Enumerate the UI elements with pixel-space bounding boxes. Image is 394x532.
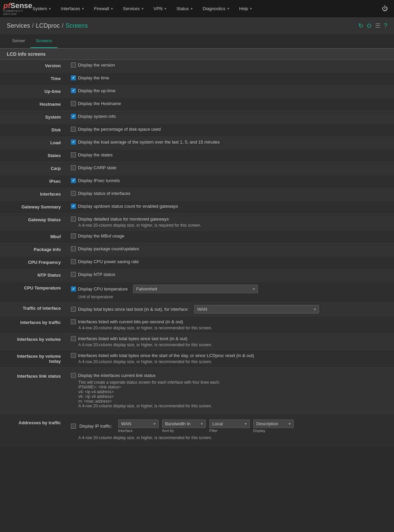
addr-interface-select[interactable]: WANLAN xyxy=(118,420,159,428)
row-carp: Carp Display CARP state xyxy=(0,162,394,175)
brand-ce: COMMUNITY EDITION xyxy=(3,9,24,16)
help-icon[interactable]: ? xyxy=(384,22,387,29)
addr-interface-label: Interface xyxy=(118,429,159,433)
cb-cpu-temperature[interactable] xyxy=(71,286,76,292)
cb-interfaces-link-status[interactable] xyxy=(71,373,76,378)
nav-vpn[interactable]: VPN ▼ xyxy=(150,3,171,14)
traffic-iface-select-wrap: WAN LAN xyxy=(194,305,319,313)
link-note3: v4: <ip v4 address> xyxy=(78,389,220,394)
text-interfaces-by-traffic: Interfaces listed with current bits-per-… xyxy=(78,319,183,324)
text-8: Display CARP state xyxy=(78,165,116,170)
cb-8[interactable] xyxy=(71,165,76,170)
temp-unit-select[interactable]: Fahrenheit Celsius xyxy=(133,285,258,293)
cb-traffic-interface[interactable] xyxy=(71,307,76,312)
cb-1[interactable] xyxy=(71,75,76,80)
row-interfaces: Interfaces Display status of interfaces xyxy=(0,188,394,201)
row-addresses-by-traffic: Addresses by traffic Display IP traffic:… xyxy=(0,414,394,446)
cb-0[interactable] xyxy=(71,62,76,68)
stop-icon[interactable]: ⊙ xyxy=(367,22,372,29)
nav-help[interactable]: Help ▼ xyxy=(235,3,257,14)
row-mbuf: Mbuf Display the MBuf usage xyxy=(0,231,394,244)
nav-services[interactable]: Services ▼ xyxy=(119,3,148,14)
value-13: Display the MBuf usage xyxy=(68,231,394,241)
cb-addresses-by-traffic[interactable] xyxy=(71,424,76,429)
cb-7[interactable] xyxy=(71,152,76,157)
cb-11[interactable] xyxy=(71,204,76,209)
row-interfaces-by-volume-today: Interfaces by volume today Interfaces li… xyxy=(0,350,394,368)
temp-unit-label: Unit of temperature xyxy=(78,295,113,299)
cb-3[interactable] xyxy=(71,101,76,106)
cb-interfaces-by-volume-today[interactable] xyxy=(71,353,76,358)
row-gateway-summary: Gateway Summary Display up/down status c… xyxy=(0,201,394,214)
tab-screens[interactable]: Screens xyxy=(30,34,57,48)
addr-sortby-select[interactable]: Bandwidth InBandwidth OutTotal xyxy=(162,420,206,428)
addr-display-select[interactable]: DescriptionIPHostname xyxy=(253,420,294,428)
value-interfaces-link-status: Display the interfaces current link stat… xyxy=(68,370,394,411)
row-states: States Display the states xyxy=(0,150,394,162)
nav-interfaces[interactable]: Interfaces ▼ xyxy=(57,3,88,14)
text-9: Display IPsec tunnels xyxy=(78,178,120,183)
cb-9[interactable] xyxy=(71,178,76,183)
label-12: Gateway Status xyxy=(0,214,68,226)
text-4: Display system info xyxy=(78,114,116,119)
label-cpu-temperature: CPU Temperature xyxy=(0,282,68,294)
cb-15[interactable] xyxy=(71,259,76,264)
label-2: Up-time xyxy=(0,85,68,97)
row-cpu-temperature: CPU Temperature Display CPU temperature … xyxy=(0,282,394,302)
label-addresses-by-traffic: Addresses by traffic xyxy=(0,417,68,429)
list-icon[interactable]: ☰ xyxy=(375,22,380,29)
nav-status[interactable]: Status ▼ xyxy=(172,3,197,14)
value-0: Display the version xyxy=(68,60,394,70)
bc-lcdproc[interactable]: LCDproc xyxy=(36,22,60,29)
addr-sortby-select-wrap: Bandwidth InBandwidth OutTotal xyxy=(162,420,206,428)
cb-5[interactable] xyxy=(71,127,76,132)
text-interfaces-by-volume: Interfaces listed with total bytes since… xyxy=(78,336,187,341)
cb-interfaces-by-volume[interactable] xyxy=(71,336,76,341)
cb-10[interactable] xyxy=(71,191,76,196)
cb-2[interactable] xyxy=(71,88,76,93)
cb-14[interactable] xyxy=(71,246,76,251)
tab-server[interactable]: Server xyxy=(7,34,30,48)
value-interfaces-by-volume-today: Interfaces listed with total bytes since… xyxy=(68,350,394,367)
value-4: Display system info xyxy=(68,111,394,122)
label-8: Carp xyxy=(0,162,68,174)
reload-icon[interactable]: ↻ xyxy=(358,22,363,29)
cb-6[interactable] xyxy=(71,140,76,145)
value-5: Display the percentage of disk-space use… xyxy=(68,124,394,134)
content: LCD info screens Version Display the ver… xyxy=(0,48,394,456)
text-14: Display package count/updates xyxy=(78,246,139,251)
cb-4[interactable] xyxy=(71,114,76,119)
bc-services[interactable]: Services xyxy=(7,22,30,29)
value-cpu-temperature: Display CPU temperature Fahrenheit Celsi… xyxy=(68,282,394,302)
cb-13[interactable] xyxy=(71,233,76,238)
nav-firewall[interactable]: Firewall ▼ xyxy=(90,3,117,14)
row-interfaces-link-status: Interfaces link status Display the inter… xyxy=(0,368,394,414)
text-0: Display the version xyxy=(78,62,115,68)
section-header: LCD info screens xyxy=(0,48,394,60)
cb-interfaces-by-traffic[interactable] xyxy=(71,319,76,324)
row-ipsec: IPsec Display IPsec tunnels xyxy=(0,175,394,188)
navbar-right: ⏻ xyxy=(379,5,391,12)
row-interfaces-by-traffic: Interfaces by traffic Interfaces listed … xyxy=(0,316,394,333)
nav-diagnostics[interactable]: Diagnostics ▼ xyxy=(199,3,234,14)
row-time: Time Display the time xyxy=(0,73,394,85)
note-interfaces-by-volume-today: A 4-row 20-column display size, or highe… xyxy=(78,359,212,364)
value-11: Display up/down status count for enabled… xyxy=(68,201,394,211)
addr-display-select-wrap: DescriptionIPHostname xyxy=(253,420,294,428)
breadcrumb-bar: Services / LCDproc / Screens ↻ ⊙ ☰ ? xyxy=(0,17,394,34)
tabs-bar: Server Screens xyxy=(0,34,394,48)
text-11: Display up/down status count for enabled… xyxy=(78,204,178,209)
nav-system[interactable]: System ▼ xyxy=(28,3,55,14)
cb-12[interactable] xyxy=(71,217,76,222)
value-2: Display the up-time xyxy=(68,85,394,96)
label-5: Disk xyxy=(0,124,68,136)
cb-16[interactable] xyxy=(71,272,76,277)
exit-icon[interactable]: ⏻ xyxy=(379,2,391,15)
traffic-iface-select[interactable]: WAN LAN xyxy=(194,305,319,313)
row-system: System Display system info xyxy=(0,111,394,124)
value-traffic-interface: Display total bytes since last boot (in … xyxy=(68,302,394,316)
addr-display-label: Display xyxy=(253,429,294,433)
note-interfaces-by-volume: A 4-row 20-column display size, or highe… xyxy=(78,343,212,347)
row-interfaces-by-volume: Interfaces by volume Interfaces listed w… xyxy=(0,333,394,350)
addr-filter-select[interactable]: LocalRemoteAll xyxy=(209,420,250,428)
